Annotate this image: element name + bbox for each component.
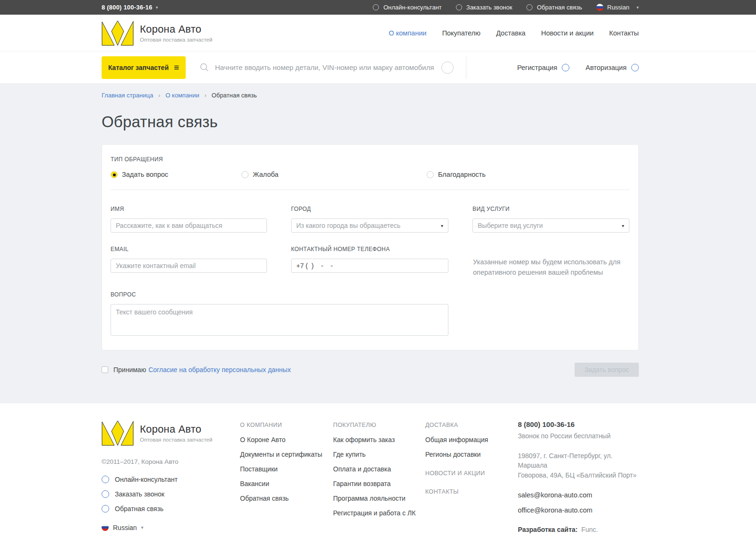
footer-col-header-about[interactable]: О КОМПАНИИ <box>240 422 282 428</box>
footer-item[interactable]: Обратная связь <box>240 495 333 502</box>
radio-gratitude[interactable]: Благодарность <box>427 171 486 178</box>
main-nav: О компании Покупателю Доставка Новости и… <box>389 29 639 37</box>
search-circle-icon[interactable] <box>441 61 454 74</box>
authorization-circle-icon <box>631 64 639 71</box>
topbar: 8 (800) 100-36-16 ▾ Онлайн-консультант З… <box>0 0 756 15</box>
language-label: Russian <box>607 4 629 11</box>
footer-phone-note: Звонок по России бесплатный <box>518 432 639 440</box>
language-switcher[interactable]: Russian ▾ <box>596 4 639 11</box>
search-input[interactable] <box>215 63 441 71</box>
authorization-label: Авторизация <box>585 64 627 71</box>
footer-col-header-contacts[interactable]: КОНТАКТЫ <box>425 488 518 495</box>
footer-item[interactable]: Общая информация <box>425 436 518 443</box>
crown-logo-icon <box>102 420 134 446</box>
footer-language-switcher[interactable]: Russian ▾ <box>102 524 240 531</box>
footer-item[interactable]: Регионы доставки <box>425 451 518 458</box>
footer-col-header-news[interactable]: НОВОСТИ И АКЦИИ <box>425 470 518 477</box>
email-label: EMAIL <box>111 246 267 252</box>
radio-ask-question[interactable]: Задать вопрос <box>111 171 241 178</box>
footer-col-header-customers[interactable]: ПОКУПАТЕЛЮ <box>333 422 376 428</box>
catalog-button-label: Каталог запчастей <box>108 64 169 71</box>
footer-address: 198097, г. Санкт-Петербург, ул. Маршала … <box>518 451 639 480</box>
footer-address-line: Говорова, 49А, БЦ «Балтийский Порт» <box>518 470 639 480</box>
circle-icon <box>456 4 462 10</box>
registration-circle-icon <box>562 64 569 71</box>
name-field[interactable] <box>111 218 267 233</box>
footer-item[interactable]: Регистрация и работа с ЛК <box>333 509 425 517</box>
authorization-link[interactable]: Авторизация <box>585 64 639 71</box>
language-caret-down-icon: ▾ <box>141 525 144 530</box>
footer-logo-subtitle: Оптовая поставка запчастей <box>140 437 212 443</box>
site-developer-name[interactable]: Func. <box>581 526 598 533</box>
footer-link-request-call[interactable]: Заказать звонок <box>102 490 240 498</box>
catalog-button[interactable]: Каталог запчастей ≡ <box>102 56 186 79</box>
copyright: ©2011–2017, Корона Авто <box>102 458 240 465</box>
footer-item[interactable]: Как оформить заказ <box>333 436 425 443</box>
breadcrumb-current: Обратная связь <box>212 92 257 99</box>
radio-unchecked-icon <box>241 171 249 178</box>
service-select[interactable]: Выберите вид услуги ▾ <box>472 218 629 233</box>
breadcrumb: Главная страница › О компании › Обратная… <box>102 92 639 99</box>
footer-item[interactable]: Документы и сертификаты <box>240 451 333 458</box>
footer-item[interactable]: Вакансии <box>240 480 333 487</box>
question-label: ВОПРОС <box>111 291 448 298</box>
city-select[interactable]: Из какого города вы обращаетесь ▾ <box>291 218 448 233</box>
email-field[interactable] <box>111 259 267 273</box>
topbar-link-request-call[interactable]: Заказать звонок <box>456 4 512 11</box>
phone-note: Указанные номер мы будем использовать дл… <box>472 246 629 278</box>
russian-flag-icon <box>596 4 603 11</box>
site-developer-label: Разработка сайта: <box>518 526 577 533</box>
russian-flag-icon <box>102 524 109 531</box>
chevron-down-icon: ▾ <box>622 223 624 228</box>
circle-icon <box>102 490 109 498</box>
nav-item-customers[interactable]: Покупателю <box>442 29 481 37</box>
radio-unchecked-icon <box>427 171 434 178</box>
breadcrumb-home[interactable]: Главная страница <box>102 92 153 99</box>
nav-item-news[interactable]: Новости и акции <box>541 29 593 37</box>
nav-item-contacts[interactable]: Контакты <box>609 29 639 37</box>
footer-item[interactable]: Оплата и доставка <box>333 465 425 473</box>
circle-icon <box>526 4 533 10</box>
circle-icon <box>373 4 379 10</box>
service-label: ВИД УСЛУГИ <box>472 206 629 212</box>
personal-data-consent-link[interactable]: Согласие на обработку персональных данны… <box>148 366 291 374</box>
radio-label: Задать вопрос <box>122 171 168 178</box>
logo-title: Корона Авто <box>140 23 212 35</box>
nav-item-delivery[interactable]: Доставка <box>496 29 525 37</box>
topbar-link-online-consultant[interactable]: Онлайн-консультант <box>373 4 441 11</box>
question-field[interactable] <box>111 304 448 336</box>
submit-button[interactable]: Задать вопрос <box>575 363 639 377</box>
footer-link-online-consultant[interactable]: Онлайн-консультант <box>102 476 240 483</box>
search-row: Каталог запчастей ≡ Регистрация Авториза… <box>0 51 756 83</box>
agree-label: Принимаю <box>113 366 146 374</box>
topbar-phone: 8 (800) 100-36-16 <box>102 4 152 11</box>
footer-item[interactable]: Где купить <box>333 451 425 458</box>
crown-logo-icon <box>102 20 134 46</box>
main-header: Корона Авто Оптовая поставка запчастей О… <box>0 15 756 51</box>
footer-email-sales[interactable]: sales@korona-auto.com <box>518 491 639 499</box>
footer-item[interactable]: Программа лояльности <box>333 495 425 502</box>
type-section-label: ТИП ОБРАЩЕНИЯ <box>111 156 163 163</box>
footer-link-label: Обратная связь <box>115 505 163 513</box>
phone-caret-down-icon[interactable]: ▾ <box>155 5 158 10</box>
footer-link-feedback[interactable]: Обратная связь <box>102 505 240 513</box>
radio-complaint[interactable]: Жалоба <box>241 171 427 178</box>
language-caret-down-icon: ▾ <box>636 5 639 10</box>
footer-item[interactable]: О Короне Авто <box>240 436 333 443</box>
footer-link-label: Заказать звонок <box>115 490 164 498</box>
footer-item[interactable]: Поставщики <box>240 465 333 473</box>
footer-email-office[interactable]: office@korona-auto.com <box>518 506 639 514</box>
footer-logo[interactable]: Корона Авто Оптовая поставка запчастей <box>102 420 240 446</box>
registration-link[interactable]: Регистрация <box>517 64 570 71</box>
request-type-radios: Задать вопрос Жалоба Благодарность <box>111 171 630 178</box>
registration-label: Регистрация <box>517 64 558 71</box>
nav-item-about[interactable]: О компании <box>389 29 427 37</box>
footer-item[interactable]: Гарантии возврата <box>333 480 425 487</box>
logo[interactable]: Корона Авто Оптовая поставка запчастей <box>102 20 212 46</box>
form-divider <box>111 190 630 190</box>
phone-field[interactable] <box>291 259 448 273</box>
footer-col-header-delivery[interactable]: ДОСТАВКА <box>425 422 458 428</box>
breadcrumb-about[interactable]: О компании <box>165 92 199 99</box>
topbar-link-feedback[interactable]: Обратная связь <box>526 4 582 11</box>
agree-checkbox[interactable] <box>102 366 108 373</box>
